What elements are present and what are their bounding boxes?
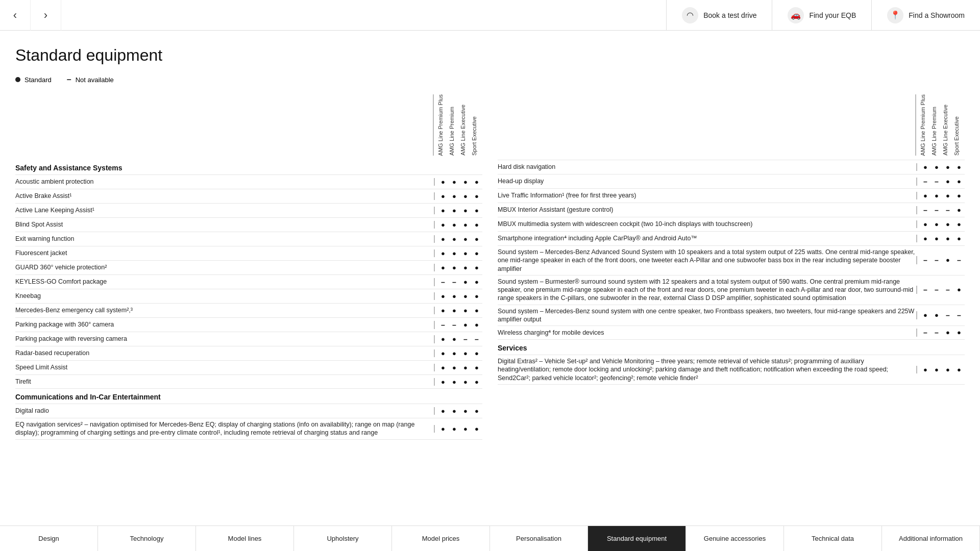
filled-dot: ● — [923, 366, 927, 373]
bottom-nav-item-additional-information[interactable]: Additional information — [882, 526, 980, 551]
left-header-group: AMG Line Premium Plus AMG Line Premium A… — [433, 94, 480, 156]
table-row: MBUX Interior Assistant (gesture control… — [498, 203, 965, 217]
filled-dot: ● — [463, 321, 468, 329]
bottom-nav-item-technical-data[interactable]: Technical data — [784, 526, 882, 551]
filled-dot: ● — [463, 407, 468, 415]
steering-wheel-icon: ◠ — [682, 7, 698, 23]
dot-cell: ● — [449, 292, 460, 300]
dot-cell: ● — [953, 286, 965, 294]
bottom-nav-item-personalisation[interactable]: Personalisation — [490, 526, 588, 551]
dash-symbol: – — [463, 335, 468, 343]
filled-dot: ● — [475, 407, 479, 415]
filled-dot: ● — [475, 249, 479, 257]
dot-cell: ● — [437, 407, 449, 415]
find-showroom-button[interactable]: 📍 Find a Showroom — [871, 0, 980, 31]
filled-dot: ● — [463, 192, 468, 200]
feature-name: Smartphone integration⁴ including Apple … — [498, 232, 916, 244]
filled-dot: ● — [463, 278, 468, 286]
bottom-nav-item-standard-equipment[interactable]: Standard equipment — [588, 526, 686, 551]
dash-symbol: – — [452, 321, 456, 329]
filled-dot: ● — [475, 292, 479, 300]
right-section2-rows: Digital Extras² – Vehicle Set-up² and Ve… — [498, 355, 965, 385]
filled-dot: ● — [957, 192, 961, 199]
dot-cell: ● — [953, 163, 965, 171]
find-eqb-button[interactable]: 🚗 Find your EQB — [772, 0, 871, 31]
feature-name: Exit warning function — [15, 233, 434, 245]
dot-cell: ● — [437, 425, 449, 433]
table-row: Digital Extras² – Vehicle Set-up² and Ve… — [498, 355, 965, 385]
dot-cell: ● — [471, 292, 482, 300]
table-row: Exit warning function●●●● — [15, 232, 482, 246]
dot-cell: ● — [449, 221, 460, 229]
bottom-navigation: DesignTechnologyModel linesUpholsteryMod… — [0, 525, 980, 551]
col-divider — [434, 264, 435, 271]
feature-dots: ●●●● — [916, 220, 965, 228]
col-divider — [434, 278, 435, 286]
filled-dot: ● — [946, 220, 950, 228]
dot-cell: ● — [471, 249, 482, 257]
filled-dot: ● — [923, 235, 927, 242]
col-divider — [434, 425, 435, 433]
right-header-3: AMG Line Executive — [940, 94, 951, 156]
dash-symbol: – — [452, 278, 456, 286]
dot-cell: ● — [953, 178, 965, 186]
legend-dot-icon — [15, 77, 20, 82]
bottom-nav-item-design[interactable]: Design — [0, 526, 98, 551]
dot-cell: ● — [460, 264, 471, 271]
col-divider — [434, 221, 435, 229]
feature-name: Parking package with 360° camera — [15, 318, 434, 331]
filled-dot: ● — [441, 221, 445, 229]
col-divider — [916, 163, 917, 171]
feature-dots: ●●●● — [434, 407, 482, 415]
dot-cell: ● — [449, 207, 460, 214]
filled-dot: ● — [463, 364, 468, 371]
dot-cell: ● — [471, 378, 482, 386]
filled-dot: ● — [452, 249, 456, 257]
bottom-nav-item-upholstery[interactable]: Upholstery — [294, 526, 392, 551]
bottom-nav-item-genuine-accessories[interactable]: Genuine accessories — [686, 526, 784, 551]
dash-symbol: – — [935, 329, 939, 337]
bottom-nav-item-model-prices[interactable]: Model prices — [392, 526, 490, 551]
feature-name: Blind Spot Assist — [15, 218, 434, 231]
filled-dot: ● — [946, 329, 950, 336]
dash-symbol: – — [957, 311, 961, 319]
book-test-drive-button[interactable]: ◠ Book a test drive — [666, 0, 772, 31]
filled-dot: ● — [475, 378, 479, 386]
right-header-2: AMG Line Premium — [928, 94, 940, 156]
feature-dots: ●●●● — [916, 163, 965, 171]
filled-dot: ● — [463, 221, 468, 229]
col-divider — [434, 249, 435, 257]
legend-dash-icon: – — [67, 75, 71, 84]
table-row: Blind Spot Assist●●●● — [15, 217, 482, 232]
table-row: Hard disk navigation●●●● — [498, 160, 965, 174]
filled-dot: ● — [441, 335, 445, 343]
filled-dot: ● — [957, 235, 961, 242]
filled-dot: ● — [452, 307, 456, 314]
table-row: Parking package with reversing camera●●–… — [15, 332, 482, 346]
filled-dot: ● — [452, 335, 456, 343]
feature-dots: ●●●● — [434, 349, 482, 357]
dot-cell: ● — [471, 178, 482, 186]
dot-cell: ● — [471, 207, 482, 214]
dot-cell: ● — [460, 207, 471, 214]
feature-name: Active Lane Keeping Assist¹ — [15, 204, 434, 216]
filled-dot: ● — [935, 163, 939, 171]
dot-cell: ● — [449, 425, 460, 433]
filled-dot: ● — [463, 378, 468, 386]
dot-cell: ● — [437, 249, 449, 257]
next-button[interactable]: › — [31, 0, 61, 31]
bottom-nav-item-technology[interactable]: Technology — [98, 526, 196, 551]
filled-dot: ● — [475, 307, 479, 314]
feature-dots: ––●● — [916, 329, 965, 337]
feature-name: MBUX multimedia system with widescreen c… — [498, 218, 916, 230]
feature-dots: ––●● — [434, 321, 482, 329]
legend-not-available: – Not available — [67, 75, 114, 84]
prev-button[interactable]: ‹ — [0, 0, 31, 31]
dot-cell: ● — [953, 329, 965, 337]
filled-dot: ● — [452, 192, 456, 200]
filled-dot: ● — [475, 207, 479, 214]
dot-cell: ● — [449, 364, 460, 371]
dot-cell: ● — [449, 378, 460, 386]
left-header-4: Sport Executive — [469, 94, 480, 156]
bottom-nav-item-model-lines[interactable]: Model lines — [196, 526, 294, 551]
